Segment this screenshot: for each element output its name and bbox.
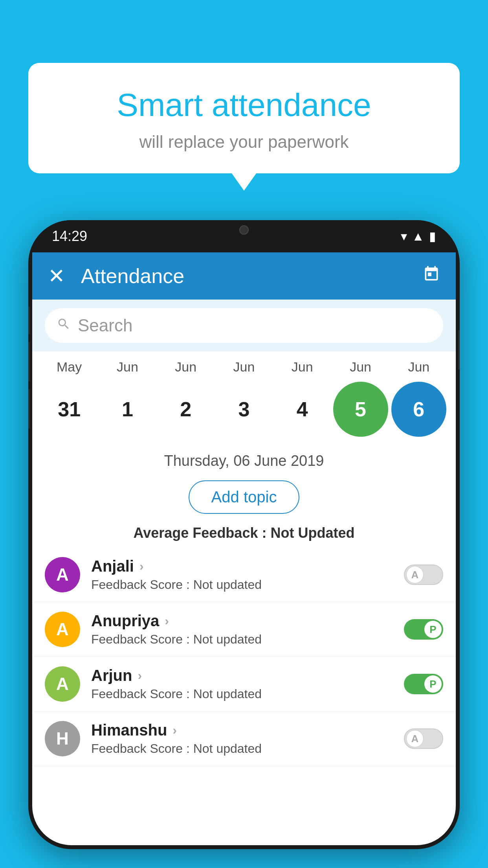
student-list: A Anjali › Feedback Score : Not updated …: [32, 548, 456, 766]
student-item-arjun[interactable]: A Arjun › Feedback Score : Not updated P: [32, 657, 456, 712]
student-feedback-himanshu: Feedback Score : Not updated: [91, 741, 404, 756]
signal-icon: ▲: [412, 229, 424, 244]
avg-feedback: Average Feedback : Not Updated: [32, 522, 456, 548]
hero-section: Smart attendance will replace your paper…: [28, 63, 460, 173]
avg-feedback-value: Not Updated: [270, 525, 354, 541]
calendar-icon[interactable]: [423, 265, 440, 287]
toggle-knob-himanshu: A: [406, 730, 424, 747]
date-1[interactable]: 1: [100, 382, 155, 437]
month-4: Jun: [275, 359, 330, 375]
calendar-dates: 31 1 2 3 4 5 6: [40, 378, 448, 441]
toggle-knob-anupriya: P: [424, 621, 442, 638]
student-info-anjali: Anjali › Feedback Score : Not updated: [91, 557, 404, 592]
student-info-himanshu: Himanshu › Feedback Score : Not updated: [91, 721, 404, 756]
avatar-anupriya: A: [45, 612, 80, 647]
chevron-icon-himanshu: ›: [172, 723, 177, 737]
date-4[interactable]: 4: [275, 382, 330, 437]
student-item-himanshu[interactable]: H Himanshu › Feedback Score : Not update…: [32, 712, 456, 766]
student-name-anupriya: Anupriya ›: [91, 612, 404, 630]
student-feedback-anupriya: Feedback Score : Not updated: [91, 632, 404, 647]
toggle-knob-anjali: A: [406, 566, 424, 583]
avatar-arjun: A: [45, 666, 80, 702]
month-0: May: [42, 359, 97, 375]
student-name-anjali: Anjali ›: [91, 557, 404, 575]
time-display: 14:29: [52, 228, 87, 245]
student-info-anupriya: Anupriya › Feedback Score : Not updated: [91, 612, 404, 647]
status-bar: 14:29 ▾ ▲ ▮: [28, 220, 460, 252]
date-3[interactable]: 3: [216, 382, 272, 437]
phone-screen: ✕ Attendance Search May: [32, 252, 456, 845]
avatar-himanshu: H: [45, 721, 80, 756]
search-placeholder: Search: [78, 316, 132, 335]
toggle-knob-arjun: P: [424, 675, 442, 693]
search-container: Search: [32, 300, 456, 351]
student-item-anjali[interactable]: A Anjali › Feedback Score : Not updated …: [32, 548, 456, 602]
hero-subtitle: will replace your paperwork: [44, 132, 444, 152]
volume-up-button: [28, 342, 30, 381]
month-3: Jun: [216, 359, 272, 375]
speech-bubble: Smart attendance will replace your paper…: [28, 63, 460, 173]
battery-icon: ▮: [429, 229, 436, 244]
student-name-arjun: Arjun ›: [91, 667, 404, 684]
front-camera: [239, 225, 249, 235]
selected-date: Thursday, 06 June 2019: [32, 445, 456, 476]
toggle-arjun[interactable]: P: [404, 674, 443, 694]
hero-title: Smart attendance: [44, 86, 444, 123]
volume-down-button: [28, 389, 30, 428]
wifi-icon: ▾: [401, 229, 407, 244]
add-topic-container: Add topic: [32, 476, 456, 522]
search-icon: [57, 317, 71, 335]
avg-feedback-label: Average Feedback :: [134, 525, 271, 541]
month-1: Jun: [100, 359, 155, 375]
toggle-anupriya[interactable]: P: [404, 619, 443, 640]
power-button: [458, 330, 460, 370]
chevron-icon-anjali: ›: [139, 559, 144, 574]
app-title: Attendance: [81, 264, 423, 288]
phone-frame: 14:29 ▾ ▲ ▮ ✕ Attendance: [28, 220, 460, 849]
search-bar[interactable]: Search: [45, 308, 443, 343]
chevron-icon-arjun: ›: [138, 668, 142, 683]
date-2[interactable]: 2: [158, 382, 213, 437]
status-icons: ▾ ▲ ▮: [401, 229, 436, 244]
phone-notch: [216, 220, 272, 240]
student-name-himanshu: Himanshu ›: [91, 721, 404, 739]
toggle-anjali[interactable]: A: [404, 565, 443, 585]
month-6: Jun: [391, 359, 446, 375]
date-5[interactable]: 5: [333, 382, 388, 437]
month-5: Jun: [333, 359, 388, 375]
app-bar: ✕ Attendance: [32, 252, 456, 300]
avatar-anjali: A: [45, 557, 80, 592]
calendar-months: May Jun Jun Jun Jun Jun Jun: [40, 359, 448, 375]
month-2: Jun: [158, 359, 213, 375]
volume-silent-button: [28, 307, 30, 334]
date-6[interactable]: 6: [391, 382, 446, 437]
calendar-strip: May Jun Jun Jun Jun Jun Jun 31 1 2 3 4 5…: [32, 351, 456, 445]
add-topic-button[interactable]: Add topic: [189, 480, 300, 514]
close-button[interactable]: ✕: [48, 264, 65, 288]
student-feedback-arjun: Feedback Score : Not updated: [91, 687, 404, 701]
chevron-icon-anupriya: ›: [165, 614, 169, 628]
toggle-himanshu[interactable]: A: [404, 728, 443, 749]
student-info-arjun: Arjun › Feedback Score : Not updated: [91, 667, 404, 701]
student-feedback-anjali: Feedback Score : Not updated: [91, 577, 404, 592]
date-31[interactable]: 31: [42, 382, 97, 437]
student-item-anupriya[interactable]: A Anupriya › Feedback Score : Not update…: [32, 602, 456, 657]
